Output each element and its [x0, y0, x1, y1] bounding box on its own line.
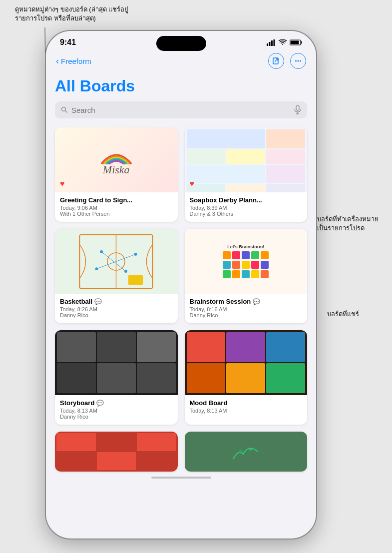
- phone-frame: 9:41: [45, 30, 317, 540]
- svg-point-32: [249, 448, 252, 451]
- annotation-favorite: บอร์ดที่ทำเครื่องหมาย เป็นรายการโปรด: [317, 215, 382, 233]
- heart-favorite-soapbox: ♥: [190, 179, 195, 188]
- status-bar: 9:41: [46, 31, 316, 51]
- svg-point-15: [300, 60, 301, 62]
- battery-icon: [290, 39, 302, 45]
- board-person-storyboard: Danny Rico: [60, 414, 173, 420]
- svg-rect-30: [128, 275, 143, 285]
- svg-point-13: [295, 60, 297, 62]
- board-card-brainstorm[interactable]: Let's Brainstorm!: [185, 229, 308, 323]
- home-indicator-area: [55, 477, 307, 483]
- svg-line-28: [102, 252, 126, 271]
- thumbnail-green: [185, 432, 308, 472]
- thumbnail-greeting: Miska ♥: [55, 127, 178, 192]
- board-card-moodboard[interactable]: Mood Board Today, 8:13 AM: [185, 330, 308, 425]
- board-card-talavera[interactable]: [55, 432, 178, 472]
- status-icons: [267, 39, 302, 46]
- back-label: Freeform: [61, 57, 91, 65]
- board-title-brainstorm: Brainstorm Session 💬: [190, 298, 303, 305]
- svg-point-14: [298, 60, 299, 62]
- board-card-green[interactable]: [185, 432, 308, 472]
- thumbnail-basketball: [55, 229, 178, 294]
- back-icon: ‹: [56, 56, 59, 66]
- status-time: 9:41: [60, 38, 76, 47]
- board-date-soapbox: Today, 8:39 AM: [190, 205, 303, 211]
- board-person-basketball: Danny Rico: [60, 312, 173, 318]
- thumbnail-storyboard: [55, 330, 178, 395]
- compose-icon: [272, 57, 280, 65]
- new-board-button[interactable]: [268, 53, 284, 69]
- board-date-greeting: Today, 9:06 AM: [60, 205, 173, 211]
- shared-icon-basketball: 💬: [94, 298, 102, 305]
- board-date-moodboard: Today, 8:13 AM: [190, 408, 303, 414]
- board-info-storyboard: Storyboard 💬 Today, 8:13 AM Danny Rico: [55, 395, 178, 425]
- annotation-shared: บอร์ดที่แชร์: [327, 310, 377, 319]
- board-info-brainstorm: Brainstorm Session 💬 Today, 8:16 AM Dann…: [185, 294, 308, 323]
- shared-icon-storyboard: 💬: [96, 400, 104, 407]
- board-info-moodboard: Mood Board Today, 8:13 AM: [185, 395, 308, 419]
- board-card-basketball[interactable]: Basketball 💬 Today, 8:26 AM Danny Rico: [55, 229, 178, 323]
- svg-line-17: [65, 111, 67, 113]
- svg-rect-6: [274, 39, 275, 46]
- board-date-storyboard: Today, 8:13 AM: [60, 408, 173, 414]
- board-person-soapbox: Danny & 3 Others: [190, 211, 303, 217]
- board-card-soapbox[interactable]: ♥ Soapbox Derby Plann... Today, 8:39 AM …: [185, 127, 308, 222]
- board-card-storyboard[interactable]: Storyboard 💬 Today, 8:13 AM Danny Rico: [55, 330, 178, 425]
- thumbnail-talavera: [55, 432, 178, 472]
- board-date-brainstorm: Today, 8:16 AM: [190, 306, 303, 312]
- page-title: All Boards: [55, 73, 307, 101]
- board-title-moodboard: Mood Board: [190, 399, 303, 407]
- phone-inner: 9:41: [46, 31, 316, 539]
- green-board-svg: [231, 439, 261, 464]
- board-person-brainstorm: Danny Rico: [190, 312, 303, 318]
- outer-container: ดูหมวดหมู่ต่างๆ ของบอร์ด (ล่าสุด แชร์อยู…: [0, 0, 392, 553]
- thumbnail-brainstorm: Let's Brainstorm!: [185, 229, 308, 294]
- board-card-greeting[interactable]: Miska ♥ Greeting Card to Sign... Today, …: [55, 127, 178, 222]
- mic-icon: [294, 105, 301, 114]
- heart-favorite: ♥: [60, 179, 65, 188]
- basketball-court-svg: [61, 232, 171, 291]
- dynamic-island: [156, 36, 206, 51]
- nav-actions: [268, 53, 306, 69]
- shared-icon-brainstorm: 💬: [253, 298, 260, 305]
- svg-rect-3: [267, 43, 268, 46]
- sticky-grid: [223, 251, 269, 278]
- board-person-greeting: With 1 Other Person: [60, 211, 173, 217]
- brainstorm-title-text: Let's Brainstorm!: [227, 244, 264, 249]
- partial-boards-row: [55, 432, 307, 472]
- signal-icon: [267, 39, 276, 46]
- search-input[interactable]: [71, 106, 291, 114]
- board-title-storyboard: Storyboard 💬: [60, 399, 173, 407]
- search-icon: [61, 106, 68, 113]
- thumbnail-soapbox: ♥: [185, 127, 308, 192]
- board-title-basketball: Basketball 💬: [60, 298, 173, 305]
- svg-rect-8: [301, 41, 302, 44]
- board-title-soapbox: Soapbox Derby Plann...: [190, 196, 303, 204]
- svg-point-31: [239, 450, 243, 454]
- board-date-basketball: Today, 8:26 AM: [60, 306, 173, 312]
- search-bar[interactable]: [55, 101, 307, 118]
- board-info-basketball: Basketball 💬 Today, 8:26 AM Danny Rico: [55, 294, 178, 323]
- miska-text: Miska: [103, 163, 130, 176]
- svg-rect-5: [271, 40, 273, 46]
- board-info-greeting: Greeting Card to Sign... Today, 9:06 AM …: [55, 192, 178, 222]
- boards-grid: Miska ♥ Greeting Card to Sign... Today, …: [55, 127, 307, 425]
- svg-rect-18: [296, 105, 299, 110]
- more-options-button[interactable]: [290, 53, 306, 69]
- svg-rect-4: [269, 42, 271, 46]
- nav-bar: ‹ Freeform: [46, 51, 316, 73]
- thumbnail-moodboard: [185, 330, 308, 395]
- home-indicator: [151, 477, 211, 479]
- more-icon: [295, 57, 302, 64]
- wifi-icon: [279, 39, 287, 45]
- main-content: All Boards: [46, 73, 316, 526]
- board-info-soapbox: Soapbox Derby Plann... Today, 8:39 AM Da…: [185, 192, 308, 222]
- svg-rect-9: [291, 41, 299, 44]
- back-button[interactable]: ‹ Freeform: [56, 56, 91, 66]
- annotation-top: ดูหมวดหมู่ต่างๆ ของบอร์ด (ล่าสุด แชร์อยู…: [15, 5, 145, 23]
- board-title-greeting: Greeting Card to Sign...: [60, 196, 173, 204]
